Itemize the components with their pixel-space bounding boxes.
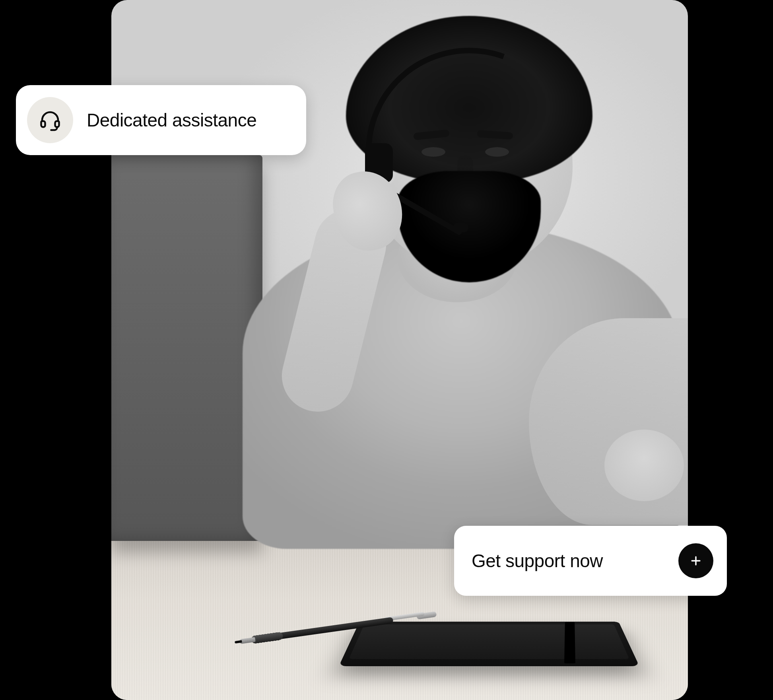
- dedicated-assistance-label: Dedicated assistance: [87, 109, 256, 131]
- get-support-label: Get support now: [472, 550, 603, 572]
- notebook: [339, 622, 639, 666]
- headset-icon: [27, 97, 73, 143]
- plus-icon: [689, 554, 703, 568]
- hero-stage: Dedicated assistance Get support now: [0, 0, 773, 700]
- notebook-strap: [564, 622, 575, 663]
- get-support-plus-button[interactable]: [678, 543, 713, 578]
- headset-mic-tip: [453, 223, 468, 232]
- person-eye-right: [485, 147, 509, 157]
- person-hand-right: [604, 430, 684, 501]
- monitor-back: [111, 155, 262, 541]
- dedicated-assistance-badge: Dedicated assistance: [16, 85, 306, 155]
- get-support-card[interactable]: Get support now: [454, 526, 727, 596]
